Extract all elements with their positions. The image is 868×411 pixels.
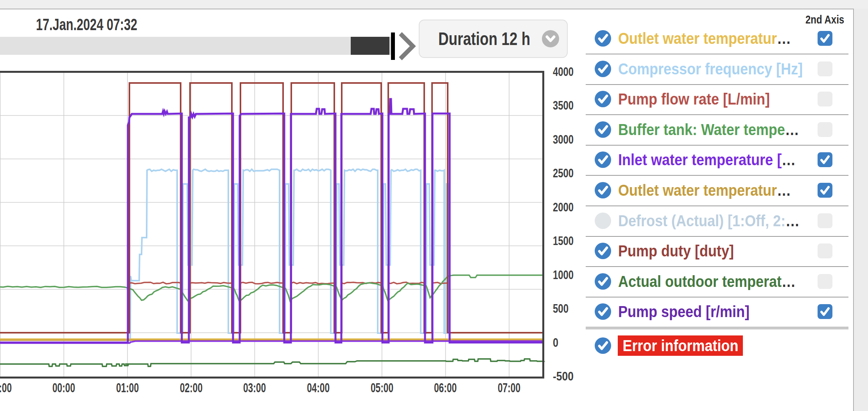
svg-text:1000: 1000	[553, 268, 574, 282]
svg-text:05:00: 05:00	[371, 380, 393, 395]
svg-text:03:00: 03:00	[243, 380, 266, 395]
svg-text:3000: 3000	[553, 133, 574, 146]
svg-text:00:00: 00:00	[52, 380, 75, 395]
svg-text:-500: -500	[553, 370, 574, 383]
svg-text:0: 0	[553, 336, 558, 350]
svg-text:04:00: 04:00	[307, 380, 330, 395]
svg-text:4000: 4000	[553, 65, 574, 79]
svg-text:1500: 1500	[553, 234, 574, 248]
svg-text:02:00: 02:00	[180, 380, 203, 395]
svg-text:2000: 2000	[553, 200, 574, 214]
svg-text:01:00: 01:00	[116, 380, 139, 395]
svg-text:3500: 3500	[553, 99, 574, 112]
svg-text:07:00: 07:00	[498, 380, 520, 395]
svg-text:2500: 2500	[553, 166, 574, 180]
svg-text:23:00: 23:00	[0, 380, 12, 395]
svg-text:500: 500	[553, 302, 569, 315]
svg-text:06:00: 06:00	[434, 380, 457, 395]
